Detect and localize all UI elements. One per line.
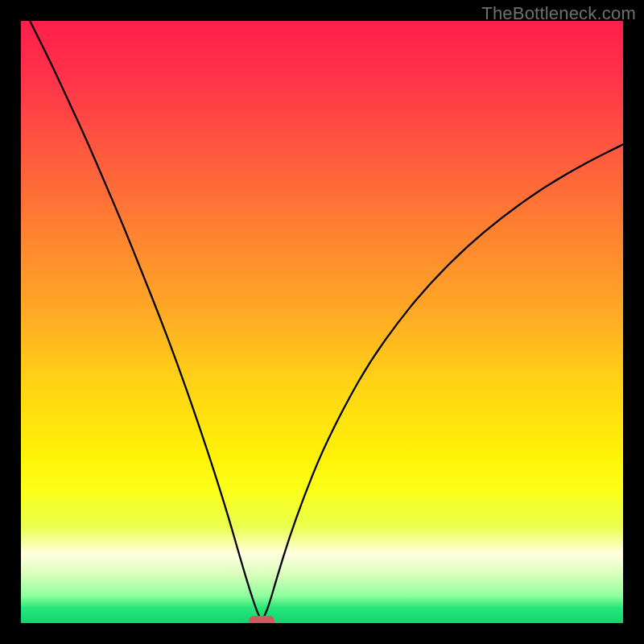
gradient-background xyxy=(21,21,623,623)
plot-area xyxy=(21,21,623,623)
plot-svg xyxy=(21,21,623,623)
min-marker xyxy=(249,616,275,623)
watermark-text: TheBottleneck.com xyxy=(481,3,636,24)
chart-frame: TheBottleneck.com xyxy=(0,0,644,644)
